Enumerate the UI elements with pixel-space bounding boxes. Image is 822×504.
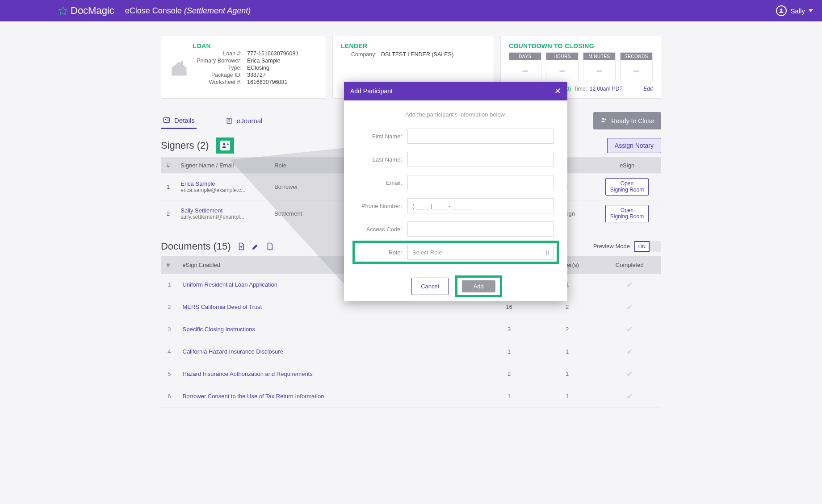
- loan-type: EClosing: [247, 65, 318, 71]
- document-signers: 1: [536, 385, 599, 408]
- add-button[interactable]: Add: [462, 280, 495, 292]
- check-icon: ✔: [626, 392, 633, 401]
- check-icon: ✔: [626, 370, 633, 379]
- access-code-input[interactable]: [407, 221, 554, 237]
- first-name-input[interactable]: [407, 129, 554, 144]
- details-icon: [163, 117, 171, 124]
- ready-to-close-button[interactable]: Ready to Close: [593, 112, 661, 129]
- add-signer-button[interactable]: [216, 137, 234, 154]
- countdown-minutes: MINUTES–: [583, 52, 616, 81]
- console-label: eClose Console (Settlement Agent): [125, 6, 251, 16]
- edit-closing-link[interactable]: Edit: [643, 86, 653, 92]
- document-name[interactable]: Hazard Insurance Authorization and Requi…: [177, 363, 482, 385]
- document-row: 5 Hazard Insurance Authorization and Req…: [161, 363, 661, 385]
- document-count: 2: [482, 363, 536, 385]
- tab-details[interactable]: Details: [161, 113, 197, 129]
- pdf-icon[interactable]: [266, 242, 274, 251]
- edit-document-icon[interactable]: [252, 242, 260, 251]
- document-row: 4 California Hazard Insurance Disclosure…: [161, 341, 661, 363]
- close-icon[interactable]: ✕: [554, 86, 561, 96]
- document-count: 1: [482, 385, 536, 408]
- role-select[interactable]: Select Role ▯: [407, 245, 554, 260]
- document-count: 1: [482, 341, 536, 363]
- signer-email: erica.sample@example.c...: [180, 187, 264, 193]
- signer-name: Sally Settlement: [180, 207, 264, 214]
- user-menu[interactable]: Sally: [776, 5, 813, 16]
- signer-role: Settlement: [269, 200, 317, 227]
- add-document-icon[interactable]: [237, 242, 245, 251]
- countdown-seconds: SECONDS–: [620, 52, 653, 81]
- svg-marker-0: [59, 7, 67, 15]
- person-plus-icon: [220, 141, 230, 150]
- lender-title: LENDER: [341, 42, 486, 50]
- tab-ejournal[interactable]: eJournal: [223, 113, 264, 128]
- primary-borrower: Erica Sample: [247, 58, 318, 64]
- assign-notary-button[interactable]: Assign Notary: [607, 138, 661, 153]
- signer-role: Borrower: [269, 174, 317, 200]
- countdown-hours: HOURS–: [546, 52, 579, 81]
- loan-card: LOAN Loan #:777-1616630796081 Primary Bo…: [161, 36, 326, 99]
- add-participant-modal: Add Participant ✕ Add the participant's …: [344, 82, 567, 301]
- check-icon: ✔: [626, 280, 633, 289]
- loan-number: 777-1616630796081: [247, 50, 318, 57]
- check-icon: ✔: [626, 303, 633, 312]
- countdown-title: COUNTDOWN TO CLOSING: [509, 42, 653, 50]
- star-icon: [58, 6, 68, 16]
- modal-title: Add Participant: [350, 87, 393, 95]
- avatar-icon: [776, 5, 787, 16]
- svg-point-12: [223, 143, 225, 145]
- dropdown-icon: ▯: [546, 249, 549, 256]
- svg-point-1: [780, 8, 783, 11]
- document-name[interactable]: Specific Closing Instructions: [177, 318, 482, 341]
- svg-point-11: [604, 118, 606, 120]
- top-bar: DocMagic eClose Console (Settlement Agen…: [0, 0, 822, 21]
- modal-hint: Add the participant's information below.: [357, 111, 554, 118]
- documents-heading: Documents (15): [161, 241, 231, 252]
- document-signers: 1: [536, 363, 599, 385]
- check-icon: ✔: [626, 325, 633, 334]
- user-name: Sally: [790, 7, 805, 15]
- document-count: 3: [482, 318, 536, 341]
- preview-toggle[interactable]: ON: [634, 241, 661, 252]
- svg-point-10: [602, 118, 604, 120]
- caret-down-icon: [809, 9, 813, 12]
- document-name[interactable]: Borrower Consent to the Use of Tax Retur…: [177, 385, 482, 408]
- closing-time: 12:00am PDT: [590, 86, 623, 92]
- signers-heading: Signers (2): [161, 140, 209, 151]
- email-input[interactable]: [407, 175, 554, 190]
- lender-company: DSI TEST LENDER (SALES): [381, 51, 486, 58]
- document-row: 6 Borrower Consent to the Use of Tax Ret…: [161, 385, 661, 408]
- phone-input[interactable]: [407, 198, 554, 213]
- svg-point-4: [165, 119, 166, 120]
- document-signers: 2: [536, 318, 599, 341]
- open-signing-room-button[interactable]: Open Signing Room: [605, 178, 649, 196]
- document-name[interactable]: California Hazard Insurance Disclosure: [177, 341, 482, 363]
- countdown-days: DAYS–: [509, 52, 541, 81]
- worksheet-num: 1616630796081: [247, 79, 318, 85]
- document-row: 3 Specific Closing Instructions 3 2 ✔: [161, 318, 661, 341]
- signer-name: Erica Sample: [180, 180, 264, 187]
- ejournal-icon: [225, 117, 233, 125]
- document-signers: 1: [536, 341, 599, 363]
- brand-name: DocMagic: [71, 5, 114, 17]
- check-icon: ✔: [626, 347, 633, 356]
- open-signing-room-button[interactable]: Open Signing Room: [605, 205, 649, 222]
- preview-mode-label: Preview Mode: [593, 243, 630, 250]
- last-name-input[interactable]: [407, 152, 554, 167]
- modal-header: Add Participant ✕: [344, 82, 567, 100]
- svg-rect-2: [181, 61, 184, 65]
- package-id: 333727: [247, 72, 318, 78]
- loan-title: LOAN: [193, 42, 211, 50]
- brand-logo: DocMagic: [58, 5, 114, 17]
- group-icon: [600, 117, 608, 125]
- signer-email: sally.settlement@exampl...: [180, 214, 264, 220]
- cancel-button[interactable]: Cancel: [411, 278, 448, 295]
- house-icon: [169, 58, 189, 78]
